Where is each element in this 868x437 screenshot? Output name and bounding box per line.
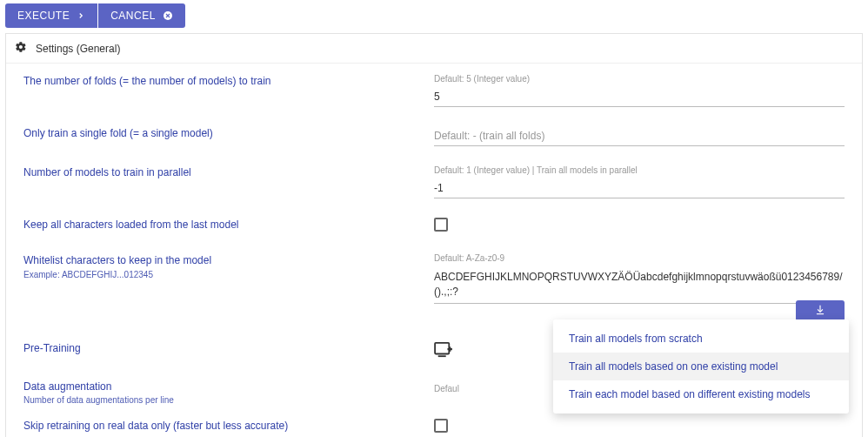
folds-input[interactable] — [434, 87, 845, 107]
add-model-icon[interactable] — [434, 341, 453, 359]
augmentation-sublabel: Number of data augmentations per line — [23, 395, 420, 405]
whitelist-input[interactable] — [434, 266, 845, 304]
svg-rect-2 — [435, 342, 449, 353]
execute-label: EXECUTE — [17, 10, 70, 22]
panel-title: Settings (General) — [36, 43, 120, 55]
keep-chars-label: Keep all characters loaded from the last… — [23, 218, 420, 232]
keep-chars-checkbox[interactable] — [434, 218, 448, 232]
download-icon — [814, 304, 826, 319]
folds-label: The number of folds (= the number of mod… — [23, 74, 420, 89]
whitelist-label: Whitelist characters to keep in the mode… — [23, 253, 420, 268]
augmentation-label: Data augmentation — [23, 380, 420, 394]
execute-button[interactable]: EXECUTE — [5, 3, 97, 28]
augmentation-hint: Defaul — [434, 384, 459, 393]
cancel-label: CANCEL — [110, 10, 156, 22]
parallel-hint: Default: 1 (Integer value) | Train all m… — [434, 165, 845, 175]
whitelist-sublabel: Example: ABCDEFGHIJ...012345 — [23, 270, 420, 279]
single-fold-label: Only train a single fold (= a single mod… — [23, 126, 420, 141]
dropdown-item-one-existing[interactable]: Train all models based on one existing m… — [553, 353, 849, 380]
gear-icon — [15, 41, 27, 56]
close-circle-icon — [163, 10, 173, 21]
cancel-button[interactable]: CANCEL — [98, 3, 185, 28]
pretraining-label: Pre-Training — [23, 341, 420, 356]
folds-hint: Default: 5 (Integer value) — [434, 74, 845, 84]
parallel-input[interactable] — [434, 178, 845, 198]
dropdown-item-different-existing[interactable]: Train each model based on different exis… — [553, 380, 849, 408]
panel-header: Settings (General) — [6, 34, 862, 64]
whitelist-hint: Default: A-Za-z0-9 — [434, 253, 845, 263]
download-button[interactable] — [796, 300, 845, 321]
single-fold-input[interactable] — [434, 126, 845, 146]
skip-retrain-checkbox[interactable] — [434, 419, 448, 433]
chevron-right-icon — [77, 11, 85, 20]
skip-retrain-label: Skip retraining on real data only (faste… — [23, 419, 420, 434]
parallel-label: Number of models to train in parallel — [23, 165, 420, 180]
dropdown-item-scratch[interactable]: Train all models from scratch — [553, 325, 849, 353]
pretraining-dropdown: Train all models from scratch Train all … — [553, 319, 849, 413]
